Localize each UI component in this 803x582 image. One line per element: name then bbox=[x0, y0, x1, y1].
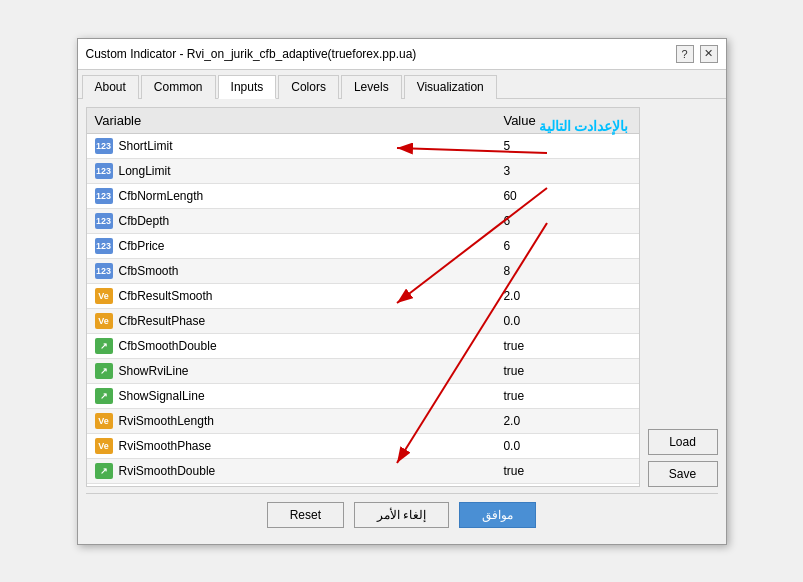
table-row[interactable]: 123 ShortLimit 5 bbox=[87, 133, 639, 158]
main-window: Custom Indicator - Rvi_on_jurik_cfb_adap… bbox=[77, 38, 727, 545]
ok-button[interactable]: موافق bbox=[459, 502, 536, 528]
variable-cell: 123 CfbSmooth bbox=[87, 258, 496, 283]
variable-name: RviSmoothLength bbox=[119, 414, 214, 428]
table-row[interactable]: 123 CfbSmooth 8 bbox=[87, 258, 639, 283]
value-cell: 2.0 bbox=[495, 408, 638, 433]
help-button[interactable]: ? bbox=[676, 45, 694, 63]
type-icon-int: 123 bbox=[95, 263, 113, 279]
tab-colors[interactable]: Colors bbox=[278, 75, 339, 99]
value-cell: 8 bbox=[495, 258, 638, 283]
content-area: Variable Value 123 ShortLimit 5 123 bbox=[78, 99, 726, 544]
table-row[interactable]: ↗ ShowSignalLine true bbox=[87, 383, 639, 408]
variable-cell: Ve CfbResultSmooth bbox=[87, 283, 496, 308]
value-cell: 6 bbox=[495, 208, 638, 233]
tab-about[interactable]: About bbox=[82, 75, 139, 99]
col-value: Value bbox=[495, 108, 638, 134]
table-row[interactable]: Ve RviSmoothLength 2.0 bbox=[87, 408, 639, 433]
variable-name: CfbNormLength bbox=[119, 189, 204, 203]
type-icon-int: 123 bbox=[95, 213, 113, 229]
value-cell: true bbox=[495, 333, 638, 358]
value-cell: 2.0 bbox=[495, 283, 638, 308]
variable-cell: 123 CfbDepth bbox=[87, 208, 496, 233]
variable-name: RviSmoothDouble bbox=[119, 464, 216, 478]
value-cell: 5 bbox=[495, 133, 638, 158]
value-cell: true bbox=[495, 458, 638, 483]
variable-cell: ↗ RviSmoothDouble bbox=[87, 458, 496, 483]
side-buttons: Load Save bbox=[640, 107, 718, 487]
table-section: Variable Value 123 ShortLimit 5 123 bbox=[86, 107, 640, 487]
tab-bar: About Common Inputs Colors Levels Visual… bbox=[78, 70, 726, 99]
tab-levels[interactable]: Levels bbox=[341, 75, 402, 99]
table-row[interactable]: 123 CfbPrice 6 bbox=[87, 233, 639, 258]
reset-button[interactable]: Reset bbox=[267, 502, 344, 528]
table-row[interactable]: 123 CfbNormLength 60 bbox=[87, 183, 639, 208]
value-cell: 0.0 bbox=[495, 308, 638, 333]
type-icon-double: Ve bbox=[95, 413, 113, 429]
cancel-button[interactable]: إلغاء الأمر bbox=[354, 502, 449, 528]
variable-name: LongLimit bbox=[119, 164, 171, 178]
type-icon-bool: ↗ bbox=[95, 338, 113, 354]
variable-name: ShortLimit bbox=[119, 139, 173, 153]
table-row[interactable]: Ve CfbResultSmooth 2.0 bbox=[87, 283, 639, 308]
title-controls: ? ✕ bbox=[676, 45, 718, 63]
variable-cell: 123 ShortLimit bbox=[87, 133, 496, 158]
tab-common[interactable]: Common bbox=[141, 75, 216, 99]
table-row[interactable]: Ve RviSmoothPhase 0.0 bbox=[87, 433, 639, 458]
variable-cell: ↗ ShowRviLine bbox=[87, 358, 496, 383]
variable-cell: 123 CfbNormLength bbox=[87, 183, 496, 208]
variable-name: CfbDepth bbox=[119, 214, 170, 228]
variable-name: ShowRviLine bbox=[119, 364, 189, 378]
variable-cell: Ve CfbResultPhase bbox=[87, 308, 496, 333]
type-icon-bool: ↗ bbox=[95, 463, 113, 479]
variable-name: CfbResultPhase bbox=[119, 314, 206, 328]
window-title: Custom Indicator - Rvi_on_jurik_cfb_adap… bbox=[86, 47, 417, 61]
variable-name: ShowSignalLine bbox=[119, 389, 205, 403]
tab-visualization[interactable]: Visualization bbox=[404, 75, 497, 99]
type-icon-int: 123 bbox=[95, 238, 113, 254]
col-variable: Variable bbox=[87, 108, 496, 134]
value-cell: 60 bbox=[495, 183, 638, 208]
variable-name: CfbSmooth bbox=[119, 264, 179, 278]
tab-inputs[interactable]: Inputs bbox=[218, 75, 277, 99]
value-cell: true bbox=[495, 358, 638, 383]
variable-cell: Ve RviSmoothPhase bbox=[87, 433, 496, 458]
type-icon-bool: ↗ bbox=[95, 363, 113, 379]
variable-cell: ↗ ShowSignalLine bbox=[87, 383, 496, 408]
bottom-bar: Reset إلغاء الأمر موافق bbox=[86, 493, 718, 536]
load-button[interactable]: Load bbox=[648, 429, 718, 455]
table-header: Variable Value bbox=[87, 108, 639, 134]
value-cell: true bbox=[495, 383, 638, 408]
title-bar: Custom Indicator - Rvi_on_jurik_cfb_adap… bbox=[78, 39, 726, 70]
value-cell: 6 bbox=[495, 233, 638, 258]
table-row[interactable]: ↗ ShowRviLine true bbox=[87, 358, 639, 383]
type-icon-int: 123 bbox=[95, 163, 113, 179]
table-row[interactable]: Ve CfbResultPhase 0.0 bbox=[87, 308, 639, 333]
table-row[interactable]: ↗ RviSmoothDouble true bbox=[87, 458, 639, 483]
type-icon-int: 123 bbox=[95, 138, 113, 154]
variable-name: RviSmoothPhase bbox=[119, 439, 212, 453]
table-row[interactable]: 123 CfbDepth 6 bbox=[87, 208, 639, 233]
save-button[interactable]: Save bbox=[648, 461, 718, 487]
type-icon-double: Ve bbox=[95, 313, 113, 329]
variable-name: CfbResultSmooth bbox=[119, 289, 213, 303]
table-row[interactable]: 123 LongLimit 3 bbox=[87, 158, 639, 183]
value-cell: 0.0 bbox=[495, 433, 638, 458]
type-icon-bool: ↗ bbox=[95, 388, 113, 404]
variables-table[interactable]: Variable Value 123 ShortLimit 5 123 bbox=[86, 107, 640, 487]
variable-cell: 123 LongLimit bbox=[87, 158, 496, 183]
variable-name: CfbSmoothDouble bbox=[119, 339, 217, 353]
table-wrapper: Variable Value 123 ShortLimit 5 123 bbox=[86, 107, 718, 487]
type-icon-double: Ve bbox=[95, 438, 113, 454]
variable-cell: ↗ CfbSmoothDouble bbox=[87, 333, 496, 358]
variable-cell: 123 CfbPrice bbox=[87, 233, 496, 258]
value-cell: 3 bbox=[495, 158, 638, 183]
table-row[interactable]: ↗ CfbSmoothDouble true bbox=[87, 333, 639, 358]
variable-name: CfbPrice bbox=[119, 239, 165, 253]
type-icon-int: 123 bbox=[95, 188, 113, 204]
type-icon-double: Ve bbox=[95, 288, 113, 304]
variable-cell: Ve RviSmoothLength bbox=[87, 408, 496, 433]
close-button[interactable]: ✕ bbox=[700, 45, 718, 63]
